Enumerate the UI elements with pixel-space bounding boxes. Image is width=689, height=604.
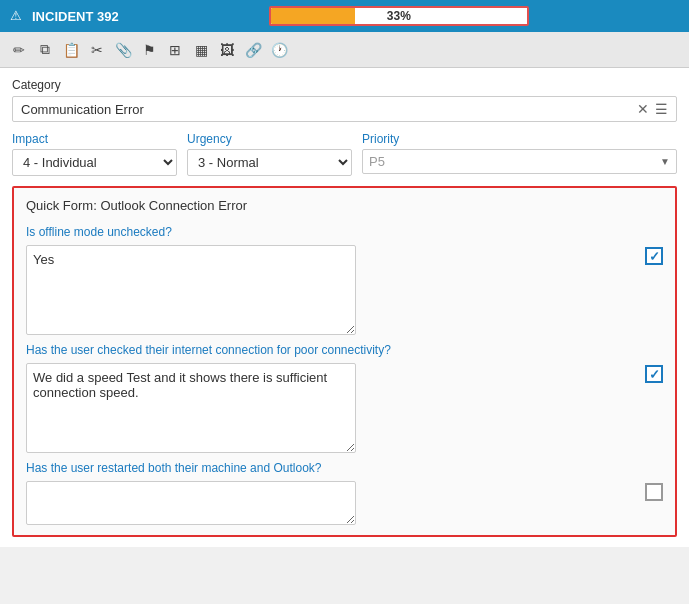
progress-box: 33% (269, 6, 529, 26)
q3-answer[interactable] (26, 481, 356, 525)
q1-answer[interactable]: Yes (26, 245, 356, 335)
q2-checkbox-col: ✓ (366, 363, 663, 453)
priority-display: P5 ▼ (362, 149, 677, 174)
q2-row: We did a speed Test and it shows there i… (26, 363, 663, 453)
urgency-col: Urgency 3 - Normal 1 - Critical 2 - High… (187, 132, 352, 176)
impact-label: Impact (12, 132, 177, 146)
copy-icon[interactable]: ⧉ (34, 39, 56, 61)
question-1-text: Is offline mode unchecked? (26, 225, 663, 239)
image-icon[interactable]: 🖼 (216, 39, 238, 61)
paste-icon[interactable]: 📋 (60, 39, 82, 61)
urgency-label: Urgency (187, 132, 352, 146)
progress-label: 33% (271, 9, 527, 23)
urgency-select[interactable]: 3 - Normal 1 - Critical 2 - High 4 - Low (187, 149, 352, 176)
question-3-text: Has the user restarted both their machin… (26, 461, 663, 475)
priority-label: Priority (362, 132, 677, 146)
q3-row (26, 481, 663, 525)
impact-col: Impact 4 - Individual 1 - Enterprise 2 -… (12, 132, 177, 176)
table-icon[interactable]: ⊞ (164, 39, 186, 61)
q3-checkbox-col (366, 481, 663, 525)
pencil-icon[interactable]: ✏ (8, 39, 30, 61)
window-title: INCIDENT 392 (32, 9, 119, 24)
q3-checkbox[interactable] (645, 483, 663, 501)
grid-icon[interactable]: ▦ (190, 39, 212, 61)
category-label: Category (12, 78, 677, 92)
main-content: Category Communication Error ✕ ☰ Impact … (0, 68, 689, 547)
impact-select[interactable]: 4 - Individual 1 - Enterprise 2 - Site 3… (12, 149, 177, 176)
q2-checkbox[interactable]: ✓ (645, 365, 663, 383)
scissors-icon[interactable]: ✂ (86, 39, 108, 61)
priority-col: Priority P5 ▼ (362, 132, 677, 176)
q1-checkbox[interactable]: ✓ (645, 247, 663, 265)
category-menu-icon[interactable]: ☰ (655, 101, 668, 117)
category-row: Communication Error ✕ ☰ (12, 96, 677, 122)
priority-arrow-icon: ▼ (660, 156, 670, 167)
q1-row: Yes ✓ (26, 245, 663, 335)
question-2-text: Has the user checked their internet conn… (26, 343, 663, 357)
paperclip-icon[interactable]: 📎 (112, 39, 134, 61)
q1-checkbox-col: ✓ (366, 245, 663, 335)
q2-answer[interactable]: We did a speed Test and it shows there i… (26, 363, 356, 453)
iup-row: Impact 4 - Individual 1 - Enterprise 2 -… (12, 132, 677, 176)
category-value: Communication Error (21, 102, 637, 117)
quick-form-title: Quick Form: Outlook Connection Error (26, 198, 663, 213)
link-icon[interactable]: 🔗 (242, 39, 264, 61)
clock-icon[interactable]: 🕐 (268, 39, 290, 61)
title-bar: ⚠ INCIDENT 392 33% (0, 0, 689, 32)
category-clear-icon[interactable]: ✕ (637, 101, 649, 117)
priority-value: P5 (369, 154, 385, 169)
flag-icon[interactable]: ⚑ (138, 39, 160, 61)
category-icons: ✕ ☰ (637, 101, 668, 117)
toolbar: ✏ ⧉ 📋 ✂ 📎 ⚑ ⊞ ▦ 🖼 🔗 🕐 (0, 32, 689, 68)
incident-icon: ⚠ (10, 8, 26, 24)
quick-form-section: Quick Form: Outlook Connection Error Is … (12, 186, 677, 537)
progress-container: 33% (139, 6, 659, 26)
